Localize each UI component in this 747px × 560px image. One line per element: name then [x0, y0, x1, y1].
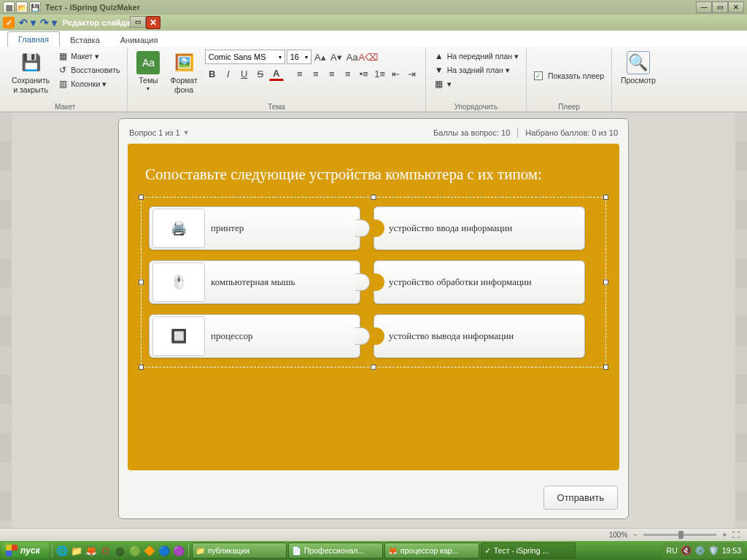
taskbar-item-active[interactable]: ✓Тест - iSpring ... [481, 542, 576, 559]
selection-handle[interactable] [371, 195, 376, 200]
match-container[interactable]: 🖨️ принтер устройство ввода информации 🖱… [141, 197, 606, 368]
bring-to-front-button[interactable]: ▲На передний план ▾ [432, 50, 520, 63]
app-logo-icon[interactable]: ✓ [3, 17, 15, 28]
selection-handle[interactable] [603, 365, 608, 370]
redo-button[interactable]: ↷ ▾ [39, 17, 58, 28]
layout-icon: ▦ [57, 50, 69, 62]
preview-button[interactable]: 🔍 Просмотр [618, 50, 659, 87]
match-left-item[interactable]: 🖱️ компьютерная мышь [149, 260, 360, 304]
tab-animation[interactable]: Анимация [110, 33, 169, 47]
font-color-icon[interactable]: A [269, 66, 284, 81]
selection-handle[interactable] [139, 195, 144, 200]
columns-icon: ▥ [57, 78, 69, 90]
tab-insert[interactable]: Вставка [60, 33, 110, 47]
ql-app3-icon[interactable]: 🔶 [143, 544, 156, 557]
selection-handle[interactable] [603, 195, 608, 200]
clear-format-icon[interactable]: A⌫ [361, 50, 376, 64]
undo-button[interactable]: ↶ ▾ [18, 17, 37, 28]
tray-icon[interactable]: ⚙️ [694, 545, 705, 556]
qat-open-icon[interactable]: 📂 [16, 1, 28, 13]
align-center-icon[interactable]: ≡ [309, 66, 323, 81]
match-left-item[interactable]: 🖨️ принтер [149, 206, 360, 250]
columns-button[interactable]: ▥Колонки ▾ [55, 77, 121, 90]
tab-home[interactable]: Главная [7, 31, 60, 47]
save-and-close-button[interactable]: 💾 Сохранить и закрыть [9, 50, 53, 96]
match-left-item[interactable]: 🔲 процессор [149, 314, 360, 358]
ribbon-group-arrange: ▲На передний план ▾ ▼На задний план ▾ ▦ … [426, 48, 527, 112]
ql-chrome-icon[interactable]: 🌐 [55, 544, 69, 557]
selection-handle[interactable] [139, 365, 144, 370]
taskbar: пуск 🌐 📁 🦊 O ◎ 🟢 🔶 🔵 🟣 📁публикации 📄Проф… [0, 541, 747, 560]
show-player-checkbox[interactable]: ✓Показать плеер [533, 71, 605, 81]
layout-button[interactable]: ▦Макет ▾ [55, 50, 121, 63]
tray-icon[interactable]: 🔇 [681, 545, 692, 556]
start-button[interactable]: пуск [1, 542, 49, 559]
align-justify-icon[interactable]: ≡ [341, 66, 355, 81]
align-button[interactable]: ▦ ▾ [432, 77, 520, 90]
align-right-icon[interactable]: ≡ [325, 66, 339, 81]
zoom-in-button[interactable]: + [722, 531, 727, 539]
ql-app1-icon[interactable]: ◎ [114, 544, 127, 557]
font-size-selector[interactable]: 16▾ [287, 50, 311, 64]
numbering-icon[interactable]: 1≡ [373, 66, 387, 81]
ql-folder-icon[interactable]: 📁 [70, 544, 83, 557]
ql-app2-icon[interactable]: 🟢 [128, 544, 142, 557]
increase-indent-icon[interactable]: ⇥ [405, 66, 419, 81]
align-left-icon[interactable]: ≡ [293, 66, 307, 81]
submit-button[interactable]: Отправить [543, 486, 618, 510]
match-right-item[interactable]: устройство обработки информации [374, 260, 585, 304]
to-back-icon: ▼ [433, 64, 445, 76]
editor-close-button[interactable]: ✕ [146, 16, 160, 29]
background-format-button[interactable]: 🖼️ Формат фона [167, 50, 200, 96]
outer-close-button[interactable]: ✕ [728, 1, 744, 13]
ql-app5-icon[interactable]: 🟣 [172, 544, 185, 557]
ql-opera-icon[interactable]: O [99, 544, 112, 557]
bullets-icon[interactable]: •≡ [357, 66, 371, 81]
question-title[interactable]: Сопоставьте следующие устройства компьют… [141, 158, 606, 197]
match-item-label: принтер [211, 222, 258, 235]
selection-handle[interactable] [139, 280, 144, 285]
taskbar-item[interactable]: 🦊процессор кар... [384, 542, 479, 559]
match-row: 🖱️ компьютерная мышь устройство обработк… [149, 260, 598, 304]
editor-maximize-button[interactable]: ▭ [130, 16, 146, 28]
align-objects-icon: ▦ [433, 78, 445, 90]
dropdown-icon[interactable]: ▼ [183, 129, 190, 136]
italic-icon[interactable]: I [221, 66, 236, 81]
question-counter[interactable]: Вопрос 1 из 1 [129, 128, 180, 137]
ql-firefox-icon[interactable]: 🦊 [85, 544, 98, 557]
underline-icon[interactable]: U [237, 66, 252, 81]
themes-button[interactable]: Aa Темы ▾ [133, 50, 163, 93]
ribbon-group-label [618, 102, 659, 112]
workspace: Вопрос 1 из 1 ▼ Баллы за вопрос: 10 Набр… [0, 112, 747, 528]
restore-button[interactable]: ↺Восстановить [55, 63, 121, 77]
match-item-label: устойство вывода информации [389, 330, 528, 343]
clock[interactable]: 19:53 [722, 546, 741, 555]
qat-new-icon[interactable]: ▨ [3, 1, 15, 13]
fit-button[interactable]: ⛶ [732, 531, 740, 539]
background-icon: 🖼️ [172, 51, 196, 74]
qat-save-icon[interactable]: 💾 [29, 1, 41, 13]
increase-font-icon[interactable]: A▴ [313, 50, 328, 64]
taskbar-item[interactable]: 📁публикации [192, 542, 287, 559]
lang-indicator[interactable]: RU [667, 546, 678, 555]
zoom-out-button[interactable]: − [633, 531, 638, 539]
ribbon-group-label: Упорядочить [432, 102, 520, 112]
decrease-font-icon[interactable]: A▾ [329, 50, 344, 64]
selection-handle[interactable] [603, 280, 608, 285]
change-case-icon[interactable]: Aa [345, 50, 360, 64]
match-right-item[interactable]: устойство вывода информации [374, 314, 585, 358]
ribbon-group-preview: 🔍 Просмотр [612, 48, 665, 112]
zoom-slider[interactable] [643, 534, 716, 536]
match-right-item[interactable]: устройство ввода информации [374, 206, 585, 250]
bold-icon[interactable]: B [205, 66, 220, 81]
ql-app4-icon[interactable]: 🔵 [158, 544, 171, 557]
outer-minimize-button[interactable]: — [696, 1, 712, 13]
taskbar-item[interactable]: 📄Профессионал... [288, 542, 383, 559]
outer-restore-button[interactable]: ▭ [712, 1, 728, 13]
decrease-indent-icon[interactable]: ⇤ [389, 66, 403, 81]
strike-icon[interactable]: S [253, 66, 268, 81]
tray-icon[interactable]: 🛡️ [708, 545, 719, 556]
send-to-back-button[interactable]: ▼На задний план ▾ [432, 63, 520, 77]
font-family-selector[interactable]: Comic Sans MS▾ [205, 50, 285, 64]
selection-handle[interactable] [371, 365, 376, 370]
